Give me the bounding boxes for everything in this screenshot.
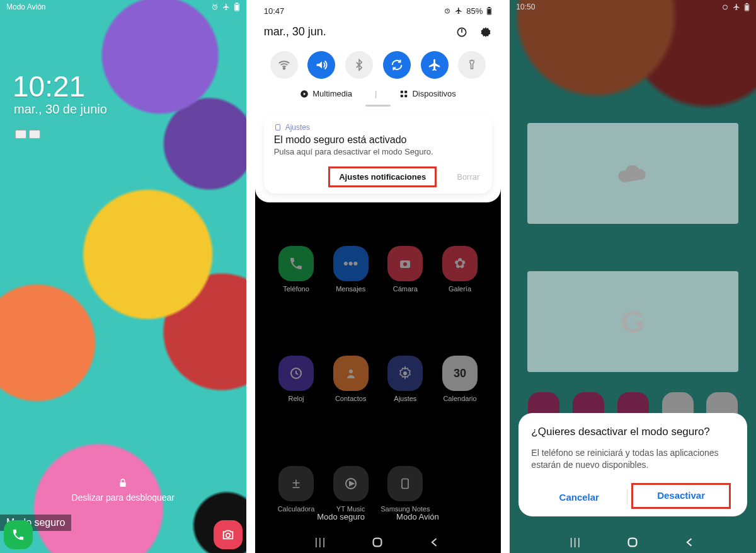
notification-body: Pulsa aquí para desactivar el modo Segur… xyxy=(274,147,483,156)
google-logo: G xyxy=(621,305,644,339)
phone-icon xyxy=(11,528,25,542)
svg-point-9 xyxy=(349,370,353,373)
svg-rect-26 xyxy=(275,125,280,131)
svg-point-5 xyxy=(226,533,229,537)
deactivate-button[interactable]: Desactivar xyxy=(631,483,731,509)
camera-shortcut[interactable] xyxy=(214,520,243,549)
separator xyxy=(627,489,627,505)
grid-icon xyxy=(399,90,408,98)
alarm-icon xyxy=(721,3,729,11)
power-icon[interactable] xyxy=(455,26,468,38)
multimedia-button[interactable]: Multimedia xyxy=(300,89,352,98)
alarm-icon xyxy=(211,3,219,11)
battery-icon xyxy=(486,7,492,15)
shade-date: mar., 30 jun. xyxy=(264,25,326,38)
weather-widget[interactable] xyxy=(527,123,738,224)
thumbnail-icon[interactable] xyxy=(29,130,40,139)
nav-back[interactable] xyxy=(428,536,441,549)
app-camera[interactable]: Cámara xyxy=(378,246,433,333)
nav-back[interactable] xyxy=(684,536,696,549)
notification-card[interactable]: Ajustes El modo seguro está activado Pul… xyxy=(264,114,493,194)
svg-point-7 xyxy=(403,262,407,266)
svg-rect-12 xyxy=(402,479,408,488)
home-grid-dimmed: Teléfono •••Mensajes Cámara ✿Galería Rel… xyxy=(255,227,501,553)
svg-rect-16 xyxy=(488,7,490,8)
lock-icon xyxy=(118,477,128,489)
app-settings[interactable]: Ajustes xyxy=(378,356,433,443)
nav-home[interactable] xyxy=(626,535,639,549)
status-bar: 10:50 xyxy=(510,0,756,14)
app-gallery[interactable]: ✿Galería xyxy=(433,246,488,333)
quick-settings-row xyxy=(264,47,493,84)
notification-app-name: Ajustes xyxy=(285,123,310,132)
unlock-hint[interactable]: Deslizar para desbloquear xyxy=(0,477,246,503)
qs-sound[interactable] xyxy=(307,51,335,79)
dialog-body: El teléfono se reiniciará y todas las ap… xyxy=(531,447,735,472)
notification-thumbnails[interactable] xyxy=(15,130,40,139)
svg-point-10 xyxy=(403,371,407,375)
dock-labels: Modo seguro Modo Avión xyxy=(255,512,501,521)
shade-status-bar: 10:47 85% xyxy=(264,0,493,19)
svg-rect-25 xyxy=(405,95,408,97)
qs-airplane[interactable] xyxy=(421,51,449,79)
app-calendar[interactable]: 30Calendario xyxy=(433,356,488,443)
airplane-mode-label: Modo Avión xyxy=(396,512,439,521)
app-phone[interactable]: Teléfono xyxy=(269,246,324,333)
svg-rect-24 xyxy=(401,95,403,97)
notification-settings-button[interactable]: Ajustes notificaciones xyxy=(328,166,437,187)
shade-time: 10:47 xyxy=(264,6,285,16)
screen-lockscreen: Modo Avión 10:21 mar., 30 de junio Desli… xyxy=(0,0,246,553)
battery-icon xyxy=(744,3,750,11)
dialog-title: ¿Quieres desactivar el modo seguro? xyxy=(531,426,735,438)
qs-flashlight[interactable] xyxy=(458,51,486,79)
settings-app-icon xyxy=(274,124,282,131)
safe-mode-dialog: ¿Quieres desactivar el modo seguro? El t… xyxy=(518,413,747,516)
airplane-mode-label: Modo Avión xyxy=(6,3,46,11)
svg-rect-30 xyxy=(745,5,748,10)
navigation-bar: ||| xyxy=(255,535,501,549)
app-clock[interactable]: Reloj xyxy=(269,356,324,443)
nav-home[interactable] xyxy=(370,535,384,549)
qs-bluetooth[interactable] xyxy=(345,51,373,79)
nav-recents[interactable]: ||| xyxy=(570,537,581,548)
notification-shade[interactable]: 10:47 85% mar., 30 jun. xyxy=(255,0,501,202)
svg-rect-17 xyxy=(488,9,491,14)
cancel-button[interactable]: Cancelar xyxy=(531,486,627,509)
screen-notification-shade: Teléfono •••Mensajes Cámara ✿Galería Rel… xyxy=(255,0,501,553)
svg-rect-23 xyxy=(405,90,408,93)
svg-rect-4 xyxy=(120,482,126,487)
svg-rect-29 xyxy=(746,3,748,4)
google-search-widget[interactable]: G xyxy=(527,271,738,372)
camera-icon xyxy=(221,528,235,542)
airplane-icon xyxy=(455,7,462,15)
lock-date: mar., 30 de junio xyxy=(14,102,107,117)
play-circle-icon xyxy=(300,90,309,98)
notification-app-row: Ajustes xyxy=(274,123,483,132)
notification-title: El modo seguro está activado xyxy=(274,134,483,146)
battery-icon xyxy=(234,3,240,11)
app-messages[interactable]: •••Mensajes xyxy=(323,246,378,333)
app-contacts[interactable]: Contactos xyxy=(323,356,378,443)
qs-autorotate[interactable] xyxy=(383,51,411,79)
phone-shortcut[interactable] xyxy=(4,520,33,549)
battery-percent: 85% xyxy=(466,6,483,16)
svg-rect-3 xyxy=(235,5,238,11)
svg-point-20 xyxy=(283,67,285,69)
gear-icon[interactable] xyxy=(479,26,492,38)
notification-clear-button[interactable]: Borrar xyxy=(454,168,482,185)
svg-point-27 xyxy=(723,5,728,9)
qs-wifi[interactable] xyxy=(270,51,298,79)
screen-dialog: 10:50 G ¿Quieres desactivar el modo segu… xyxy=(510,0,756,553)
devices-button[interactable]: Dispositivos xyxy=(399,89,455,98)
safe-mode-label: Modo seguro xyxy=(317,512,365,521)
alarm-icon xyxy=(444,7,451,15)
airplane-icon xyxy=(733,3,740,11)
lock-time: 10:21 xyxy=(13,69,85,103)
shade-handle[interactable] xyxy=(365,105,391,107)
nav-recents[interactable]: ||| xyxy=(315,537,326,548)
thumbnail-icon[interactable] xyxy=(15,130,26,139)
svg-rect-2 xyxy=(236,3,238,4)
unlock-hint-label: Deslizar para desbloquear xyxy=(72,492,175,503)
separator: | xyxy=(375,89,377,98)
navigation-bar: ||| xyxy=(510,535,756,549)
